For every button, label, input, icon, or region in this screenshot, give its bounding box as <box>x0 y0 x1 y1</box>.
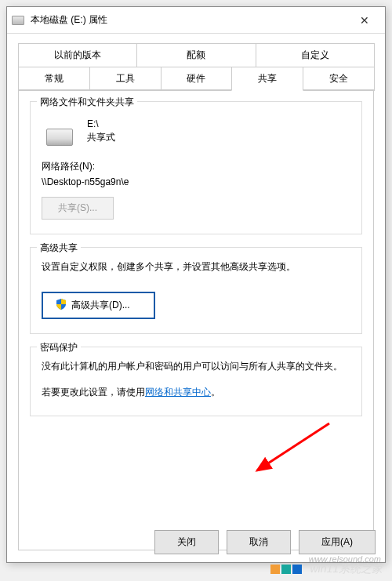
network-path-label: 网络路径(N): <box>42 160 350 173</box>
network-path-value: \\Desktop-n55ga9n\e <box>42 176 350 187</box>
network-share-group: 网络文件和文件夹共享 E:\ 共享式 网络路径(N): \\Desktop-n5… <box>30 101 362 234</box>
advanced-share-title: 高级共享 <box>37 241 81 255</box>
cancel-button[interactable]: 取消 <box>227 530 291 554</box>
tab-quota[interactable]: 配额 <box>136 43 256 67</box>
drive-icon-small <box>12 16 24 25</box>
dialog-button-row: 关闭 取消 应用(A) <box>154 530 376 554</box>
watermark-text: win11系统之家 <box>310 562 383 576</box>
watermark-logo <box>270 565 303 574</box>
share-button: 共享(S)... <box>42 197 114 220</box>
password-protect-title: 密码保护 <box>37 341 81 354</box>
tab-row-1: 以前的版本 配额 自定义 <box>18 43 374 67</box>
drive-icon <box>46 129 73 146</box>
tab-customize[interactable]: 自定义 <box>256 43 375 67</box>
tab-panel-sharing: 网络文件和文件夹共享 E:\ 共享式 网络路径(N): \\Desktop-n5… <box>18 89 374 550</box>
titlebar: 本地磁盘 (E:) 属性 ✕ <box>7 7 385 34</box>
advanced-share-button-label: 高级共享(D)... <box>71 299 130 312</box>
tab-previous-versions[interactable]: 以前的版本 <box>18 43 137 67</box>
network-sharing-center-link[interactable]: 网络和共享中心 <box>145 387 211 398</box>
drive-label: E:\ <box>87 118 115 129</box>
watermark: win11系统之家 <box>0 562 392 576</box>
advanced-share-desc: 设置自定义权限，创建多个共享，并设置其他高级共享选项。 <box>42 259 350 276</box>
tab-general[interactable]: 常规 <box>18 67 90 91</box>
password-protect-desc2: 若要更改此设置，请使用网络和共享中心。 <box>42 384 350 401</box>
tab-sharing[interactable]: 共享 <box>231 67 303 91</box>
drive-text-block: E:\ 共享式 <box>87 118 115 146</box>
tab-security[interactable]: 安全 <box>303 67 375 91</box>
tab-row-2: 常规 工具 硬件 共享 安全 <box>18 67 374 90</box>
network-share-title: 网络文件和文件夹共享 <box>37 96 137 109</box>
tab-hardware[interactable]: 硬件 <box>161 67 233 91</box>
drive-info-row: E:\ 共享式 <box>42 118 350 146</box>
advanced-share-group: 高级共享 设置自定义权限，创建多个共享，并设置其他高级共享选项。 高级共享(D)… <box>30 247 362 334</box>
desc2-prefix: 若要更改此设置，请使用 <box>42 387 145 398</box>
window-title: 本地磁盘 (E:) 属性 <box>31 13 349 27</box>
window-close-button[interactable]: ✕ <box>349 9 380 32</box>
close-button[interactable]: 关闭 <box>154 530 219 554</box>
password-protect-group: 密码保护 没有此计算机的用户帐户和密码的用户可以访问与所有人共享的文件夹。 若要… <box>30 347 362 416</box>
desc2-suffix: 。 <box>211 387 220 398</box>
shield-icon <box>56 299 67 312</box>
share-mode-text: 共享式 <box>87 131 115 144</box>
password-protect-desc1: 没有此计算机的用户帐户和密码的用户可以访问与所有人共享的文件夹。 <box>42 358 350 376</box>
properties-window: 本地磁盘 (E:) 属性 ✕ 以前的版本 配额 自定义 常规 工具 硬件 共享 … <box>6 6 386 563</box>
apply-button[interactable]: 应用(A) <box>299 530 376 554</box>
tabs-container: 以前的版本 配额 自定义 常规 工具 硬件 共享 安全 网络文件和文件夹共享 E… <box>7 34 385 550</box>
tab-tools[interactable]: 工具 <box>89 67 162 91</box>
advanced-share-button[interactable]: 高级共享(D)... <box>42 292 155 319</box>
